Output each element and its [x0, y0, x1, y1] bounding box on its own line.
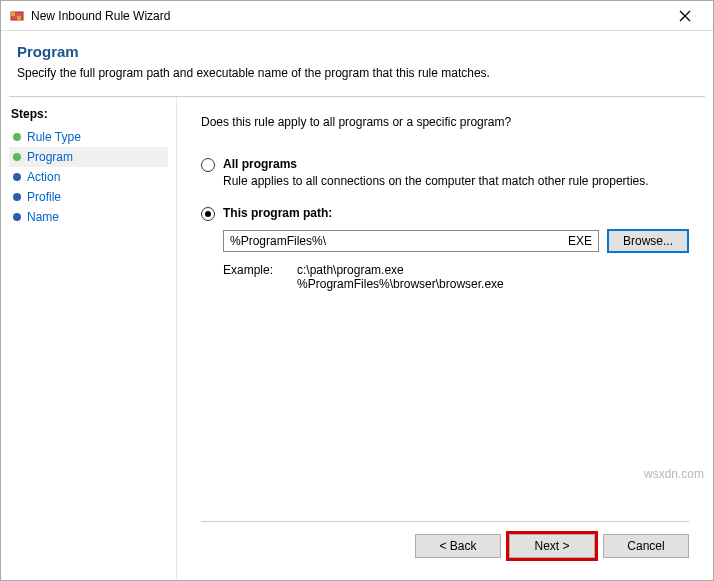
radio-all-programs-desc: Rule applies to all connections on the c…: [223, 174, 689, 188]
radio-all-programs[interactable]: [201, 158, 215, 172]
bullet-icon: [13, 193, 21, 201]
step-name[interactable]: Name: [9, 207, 168, 227]
button-row: < Back Next > Cancel: [201, 534, 689, 568]
step-link[interactable]: Rule Type: [27, 130, 81, 144]
step-rule-type[interactable]: Rule Type: [9, 127, 168, 147]
step-profile[interactable]: Profile: [9, 187, 168, 207]
step-link[interactable]: Name: [27, 210, 59, 224]
step-link[interactable]: Program: [27, 150, 73, 164]
radio-all-programs-label: All programs: [223, 157, 297, 171]
button-divider: [201, 521, 689, 522]
wizard-header: Program Specify the full program path an…: [1, 31, 713, 96]
main-panel: Does this rule apply to all programs or …: [177, 97, 713, 580]
step-link[interactable]: Action: [27, 170, 60, 184]
page-subtitle: Specify the full program path and execut…: [17, 66, 697, 80]
step-program[interactable]: Program: [9, 147, 168, 167]
next-button[interactable]: Next >: [509, 534, 595, 558]
svg-rect-1: [11, 12, 15, 16]
example-line-2: %ProgramFiles%\browser\browser.exe: [297, 277, 504, 291]
watermark: wsxdn.com: [644, 467, 704, 481]
program-path-input[interactable]: %ProgramFiles%\ EXE: [223, 230, 599, 252]
window-title: New Inbound Rule Wizard: [31, 9, 665, 23]
step-action[interactable]: Action: [9, 167, 168, 187]
program-path-ext-hint: EXE: [568, 234, 592, 248]
svg-rect-2: [17, 16, 21, 20]
program-path-value: %ProgramFiles%\: [230, 234, 568, 248]
steps-label: Steps:: [9, 107, 168, 121]
back-button[interactable]: < Back: [415, 534, 501, 558]
bullet-icon: [13, 213, 21, 221]
browse-button[interactable]: Browse...: [607, 229, 689, 253]
step-link[interactable]: Profile: [27, 190, 61, 204]
close-button[interactable]: [665, 2, 705, 30]
firewall-icon: [9, 8, 25, 24]
example-line-1: c:\path\program.exe: [297, 263, 504, 277]
cancel-button[interactable]: Cancel: [603, 534, 689, 558]
page-title: Program: [17, 43, 697, 60]
bullet-icon: [13, 173, 21, 181]
radio-program-path-label: This program path:: [223, 206, 332, 220]
radio-program-path[interactable]: [201, 207, 215, 221]
example-label: Example:: [223, 263, 273, 291]
titlebar: New Inbound Rule Wizard: [1, 1, 713, 31]
close-icon: [679, 10, 691, 22]
question-text: Does this rule apply to all programs or …: [201, 115, 689, 129]
bullet-icon: [13, 133, 21, 141]
steps-sidebar: Steps: Rule Type Program Action Profile …: [1, 97, 177, 580]
bullet-icon: [13, 153, 21, 161]
